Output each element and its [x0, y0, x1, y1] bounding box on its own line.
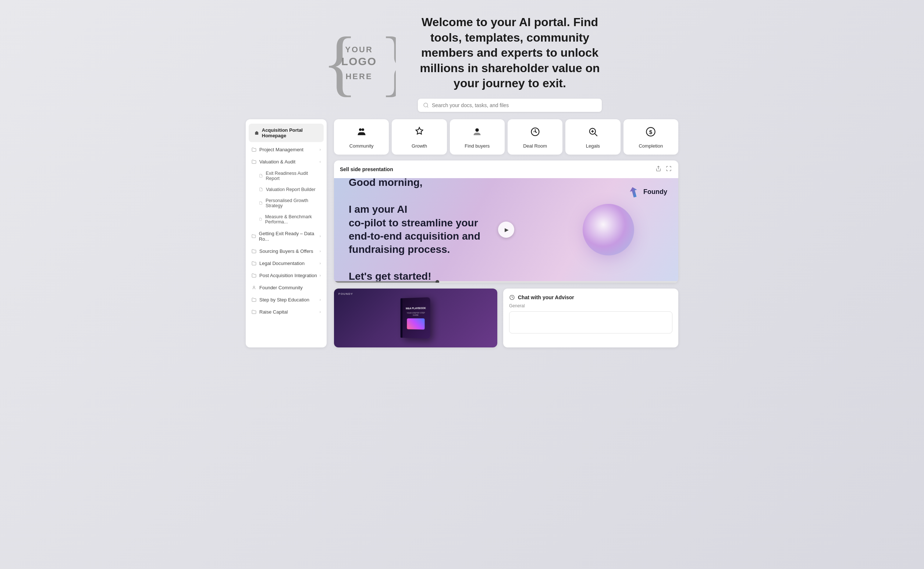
doc-icon-2 [259, 187, 263, 192]
folder-icon-6 [252, 273, 256, 278]
playbook-book-subtitle: YOUR STEP BY STEP GUIDE [405, 311, 428, 316]
svg-point-5 [424, 103, 428, 107]
sidebar-item-sourcing-buyers[interactable]: Sourcing Buyers & Offers › [246, 245, 327, 257]
sidebar-item-home[interactable]: Acquisition Portal Homepage [249, 124, 324, 142]
logo-svg: { } YOUR LOGO HERE [322, 25, 396, 102]
video-progress-fill [334, 281, 437, 283]
playbook-card[interactable]: FOUNDY M&A PLAYBOOK YOUR STEP BY STEP GU… [334, 289, 497, 347]
nav-item-deal-room[interactable]: Deal Room [508, 119, 563, 155]
playbook-book-title: M&A PLAYBOOK [406, 307, 426, 310]
growth-nav-icon [414, 126, 425, 140]
foundy-name: Foundy [643, 188, 667, 196]
sidebar-item-raise-capital[interactable]: Raise Capital › [246, 306, 327, 318]
deal-room-nav-icon [530, 126, 540, 140]
folder-icon-7 [252, 297, 256, 302]
nav-item-find-buyers[interactable]: Find buyers [450, 119, 505, 155]
svg-point-8 [361, 128, 364, 131]
doc-icon [259, 174, 263, 178]
legals-nav-icon [588, 126, 598, 140]
logo-container: { } YOUR LOGO HERE [322, 25, 396, 102]
search-icon [423, 102, 429, 108]
sidebar-item-valuation-audit[interactable]: Valuation & Audit ‹ [246, 156, 327, 168]
icon-nav: Community Growth Find [334, 119, 678, 155]
video-tagline: Good morning, I am your AI co-pilot to s… [349, 178, 480, 281]
sidebar-item-founder-community[interactable]: Founder Community [246, 281, 327, 294]
sidebar-item-project-management[interactable]: Project Management › [246, 143, 327, 156]
foundy-brand: Foundy [627, 186, 667, 199]
svg-text:LOGO: LOGO [341, 55, 377, 67]
chevron-icon-6: › [320, 274, 321, 277]
folder-icon [252, 147, 256, 152]
find-buyers-label: Find buyers [464, 143, 490, 149]
doc-icon-4 [259, 217, 262, 221]
chevron-icon-5: › [320, 261, 321, 265]
svg-text:}: } [379, 25, 396, 102]
sidebar-sub-item-measure-benchmark[interactable]: Measure & Benchmark Performa... [246, 211, 327, 227]
community-nav-icon [357, 126, 367, 140]
video-card-actions [655, 165, 672, 174]
video-text: Good morning, I am your AI co-pilot to s… [334, 178, 495, 281]
chevron-icon-3: › [320, 234, 321, 238]
svg-point-6 [253, 286, 255, 288]
fullscreen-button[interactable] [665, 165, 672, 174]
sidebar-sub-item-exit-readiness[interactable]: Exit Readiness Audit Report [246, 168, 327, 184]
video-card: Sell side presentation [334, 160, 678, 283]
sidebar-sub-item-growth-strategy[interactable]: Personalised Growth Strategy [246, 195, 327, 211]
chat-input[interactable] [509, 311, 672, 333]
share-button[interactable] [655, 165, 662, 174]
playbook-brand-label: FOUNDY [338, 292, 353, 295]
play-button[interactable] [498, 222, 514, 238]
folder-icon-3 [252, 234, 256, 239]
folder-icon-4 [252, 249, 256, 254]
hero-text: Welcome to your AI portal. Find tools, t… [418, 15, 602, 112]
home-icon [255, 130, 259, 135]
find-buyers-nav-icon [472, 126, 482, 140]
playbook-image: FOUNDY M&A PLAYBOOK YOUR STEP BY STEP GU… [334, 289, 497, 347]
bottom-row: FOUNDY M&A PLAYBOOK YOUR STEP BY STEP GU… [334, 289, 678, 347]
svg-line-11 [595, 134, 597, 136]
svg-text:YOUR: YOUR [345, 45, 373, 54]
video-container[interactable]: Foundy Good morning, I am your AI co-pil… [334, 178, 678, 281]
video-progress-bar[interactable] [334, 281, 678, 283]
video-card-title: Sell side presentation [340, 166, 393, 172]
sidebar-item-getting-exit-ready[interactable]: Getting Exit Ready – Data Ro... › [246, 227, 327, 245]
chevron-icon-2: ‹ [320, 160, 321, 164]
playbook-book: M&A PLAYBOOK YOUR STEP BY STEP GUIDE [402, 297, 430, 339]
video-card-header: Sell side presentation [334, 160, 678, 178]
chat-label: General [509, 303, 672, 309]
chevron-icon: › [320, 148, 321, 152]
completion-label: Completion [639, 143, 663, 149]
chevron-icon-8: › [320, 310, 321, 314]
deal-room-label: Deal Room [523, 143, 547, 149]
svg-text:HERE: HERE [345, 72, 372, 81]
sidebar-item-education[interactable]: Step by Step Education › [246, 294, 327, 306]
sidebar-sub-item-valuation-builder[interactable]: Valuation Report Builder [246, 184, 327, 195]
nav-item-completion[interactable]: $ Completion [624, 119, 678, 155]
folder-icon-5 [252, 261, 256, 266]
community-icon [252, 285, 256, 290]
chevron-icon-4: › [320, 249, 321, 253]
chat-header: Chat with your Advisor [509, 294, 672, 300]
chat-icon [509, 294, 515, 300]
hero-section: { } YOUR LOGO HERE Welcome to your AI po… [231, 0, 693, 119]
nav-item-community[interactable]: Community [334, 119, 389, 155]
sidebar-item-legal[interactable]: Legal Documentation › [246, 257, 327, 269]
chat-title: Chat with your Advisor [518, 294, 574, 300]
doc-icon-3 [259, 201, 262, 205]
sidebar-home-label: Acquisition Portal Homepage [262, 127, 318, 138]
search-bar[interactable] [418, 99, 602, 112]
foundy-logo-icon [627, 186, 640, 199]
video-orb [583, 204, 634, 256]
right-panel: Community Growth Find [334, 119, 678, 347]
svg-text:$: $ [649, 129, 652, 135]
nav-item-growth[interactable]: Growth [392, 119, 446, 155]
hero-headline: Welcome to your AI portal. Find tools, t… [418, 15, 602, 91]
chat-card: Chat with your Advisor General [503, 289, 678, 347]
search-input[interactable] [432, 102, 596, 108]
nav-item-legals[interactable]: Legals [565, 119, 620, 155]
legals-label: Legals [586, 143, 600, 149]
chevron-icon-7: › [320, 298, 321, 302]
sidebar-item-post-acquisition[interactable]: Post Acquisition Integration › [246, 269, 327, 281]
folder-icon-8 [252, 310, 256, 314]
community-label: Community [349, 143, 374, 149]
